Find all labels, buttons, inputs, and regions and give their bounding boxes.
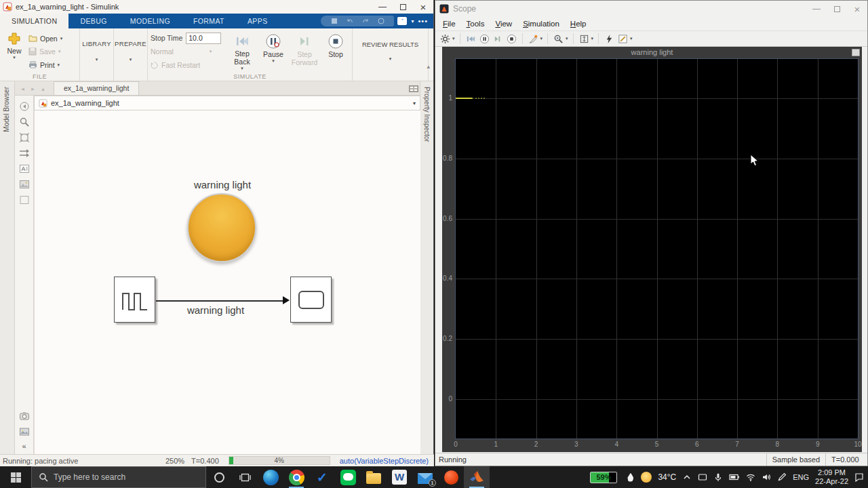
library-button[interactable]: LIBRARY ▾ bbox=[80, 28, 114, 81]
scope-block[interactable] bbox=[290, 277, 332, 323]
ribbon-tab-debug[interactable]: DEBUG bbox=[68, 14, 118, 28]
scope-span-axes-icon[interactable] bbox=[578, 33, 590, 45]
scope-close-icon[interactable]: × bbox=[847, 2, 867, 16]
taskbar-search[interactable] bbox=[31, 466, 206, 488]
step-forward-button[interactable]: Step Forward bbox=[289, 31, 320, 71]
start-button[interactable] bbox=[0, 466, 31, 488]
open-button[interactable]: Open ▾ bbox=[28, 33, 62, 44]
breadcrumb-dropdown-icon[interactable]: ▾ bbox=[413, 100, 416, 106]
capture-screenshot-icon[interactable] bbox=[19, 426, 30, 437]
scope-trigger-icon[interactable] bbox=[604, 33, 615, 45]
image-icon[interactable] bbox=[19, 179, 30, 190]
signal-routing-icon[interactable] bbox=[19, 148, 30, 159]
prepare-dropdown-icon[interactable]: ▾ bbox=[130, 57, 132, 62]
warning-light-lamp[interactable] bbox=[187, 193, 256, 262]
scope-minimize-icon[interactable]: — bbox=[806, 2, 827, 16]
cortana-button[interactable] bbox=[206, 466, 232, 488]
menu-help[interactable]: Help bbox=[566, 20, 591, 28]
tablet-mode-icon[interactable] bbox=[698, 472, 707, 482]
taskbar-clock[interactable]: 2:09 PM 22-Apr-22 bbox=[815, 468, 848, 486]
scope-pause-icon[interactable] bbox=[479, 33, 490, 45]
step-back-dropdown-icon[interactable]: ▾ bbox=[241, 66, 243, 71]
scope-zoom-icon[interactable] bbox=[553, 33, 564, 45]
scope-step-forward-icon[interactable] bbox=[492, 33, 504, 45]
step-back-button[interactable]: Step Back ▾ bbox=[226, 31, 258, 71]
status-solver-link[interactable]: auto(VariableStepDiscrete) bbox=[340, 457, 429, 465]
tray-expand-chevron-icon[interactable] bbox=[682, 472, 692, 482]
taskbar-matlab[interactable] bbox=[464, 466, 490, 488]
taskbar-edge[interactable] bbox=[258, 466, 283, 488]
taskbar-word[interactable]: W bbox=[387, 466, 412, 488]
review-results-button[interactable]: REVIEW RESULTS ▾ bbox=[353, 28, 429, 81]
scope-settings-dropdown-icon[interactable]: ▾ bbox=[452, 36, 455, 41]
nav-up-icon[interactable]: ▴ bbox=[38, 85, 48, 95]
ribbon-more-icon[interactable]: ••• bbox=[418, 17, 428, 25]
ribbon-tab-simulation[interactable]: SIMULATION bbox=[0, 14, 68, 28]
notifications-icon[interactable]: ” bbox=[397, 17, 407, 25]
new-button[interactable]: New ▾ bbox=[3, 32, 26, 71]
maximize-icon[interactable] bbox=[393, 0, 413, 14]
collapse-palette-icon[interactable]: « bbox=[22, 442, 26, 450]
print-button[interactable]: Print ▾ bbox=[28, 59, 62, 70]
model-canvas[interactable]: warning light warning light bbox=[34, 110, 420, 454]
ribbon-tab-apps[interactable]: APPS bbox=[236, 14, 279, 28]
taskbar-mail[interactable]: 1 bbox=[412, 466, 438, 488]
temperature-text[interactable]: 34°C bbox=[658, 472, 676, 482]
model-browser-strip[interactable]: Model Browser bbox=[0, 81, 15, 454]
menu-file[interactable]: File bbox=[438, 20, 460, 28]
save-button[interactable]: Save ▾ bbox=[28, 46, 62, 58]
menu-simulation[interactable]: Simulation bbox=[518, 20, 564, 28]
fit-to-view-icon[interactable] bbox=[19, 132, 30, 143]
library-dropdown-icon[interactable]: ▾ bbox=[96, 57, 98, 62]
scope-zoom-dropdown-icon[interactable]: ▾ bbox=[566, 36, 568, 41]
scope-step-back-icon[interactable] bbox=[465, 33, 477, 45]
print-dropdown-icon[interactable]: ▾ bbox=[58, 62, 60, 68]
battery-widget[interactable]: 59% bbox=[590, 472, 617, 483]
stop-time-input[interactable] bbox=[186, 33, 221, 44]
pulse-generator-block[interactable] bbox=[114, 277, 155, 323]
new-dropdown-icon[interactable]: ▾ bbox=[13, 55, 16, 60]
close-icon[interactable]: × bbox=[413, 0, 433, 14]
menu-tools[interactable]: Tools bbox=[462, 20, 490, 28]
plot-axes[interactable]: 01234567891000.20.40.60.81 bbox=[455, 58, 859, 439]
scope-measurements-dropdown-icon[interactable]: ▾ bbox=[630, 36, 633, 41]
microphone-icon[interactable] bbox=[713, 472, 723, 482]
taskbar-office[interactable] bbox=[438, 466, 464, 488]
question-icon[interactable] bbox=[378, 18, 384, 24]
task-view-button[interactable] bbox=[232, 466, 258, 488]
menu-view[interactable]: View bbox=[490, 20, 517, 28]
stop-button[interactable]: Stop bbox=[320, 31, 351, 71]
battery-icon[interactable] bbox=[729, 472, 740, 482]
pen-icon[interactable] bbox=[777, 472, 787, 482]
viewmarks-icon[interactable] bbox=[19, 411, 30, 422]
hide-browser-icon[interactable] bbox=[19, 101, 30, 112]
property-inspector-strip[interactable]: Property Inspector bbox=[420, 81, 433, 454]
scope-settings-gear-icon[interactable] bbox=[439, 33, 451, 45]
taskbar-todo[interactable]: ✓ bbox=[309, 466, 335, 488]
scope-span-dropdown-icon[interactable]: ▾ bbox=[591, 36, 594, 41]
redo-icon[interactable] bbox=[362, 18, 369, 24]
open-dropdown-icon[interactable]: ▾ bbox=[60, 36, 63, 41]
review-results-dropdown-icon[interactable]: ▾ bbox=[389, 56, 392, 62]
simulation-mode-select[interactable]: Normal ▾ bbox=[151, 45, 226, 58]
zoom-icon[interactable] bbox=[19, 117, 30, 127]
scope-maximize-icon[interactable] bbox=[827, 2, 847, 16]
save-dropdown-icon[interactable]: ▾ bbox=[58, 49, 61, 54]
scope-stop-icon[interactable] bbox=[506, 33, 517, 45]
volume-icon[interactable] bbox=[762, 472, 771, 482]
nav-forward-icon[interactable]: ▸ bbox=[28, 85, 38, 95]
collapse-ribbon-icon[interactable]: ▴ bbox=[427, 63, 430, 70]
taskbar-line[interactable] bbox=[335, 466, 361, 488]
quick-save-icon[interactable] bbox=[331, 18, 338, 24]
weather-icon[interactable] bbox=[641, 472, 652, 483]
annotation-icon[interactable] bbox=[19, 163, 30, 174]
minimize-icon[interactable]: — bbox=[372, 0, 393, 14]
nav-back-icon[interactable]: ◂ bbox=[18, 85, 28, 95]
taskbar-file-explorer[interactable] bbox=[361, 466, 387, 488]
language-indicator[interactable]: ENG bbox=[793, 473, 809, 481]
quick-access-dropdown-icon[interactable]: ▾ bbox=[411, 18, 414, 24]
ribbon-tab-format[interactable]: FORMAT bbox=[182, 14, 236, 28]
scope-style-brush-icon[interactable] bbox=[528, 33, 539, 45]
breadcrumb-model-name[interactable]: ex_1a_warning_light bbox=[51, 99, 413, 107]
pause-dropdown-icon[interactable]: ▾ bbox=[272, 58, 275, 64]
